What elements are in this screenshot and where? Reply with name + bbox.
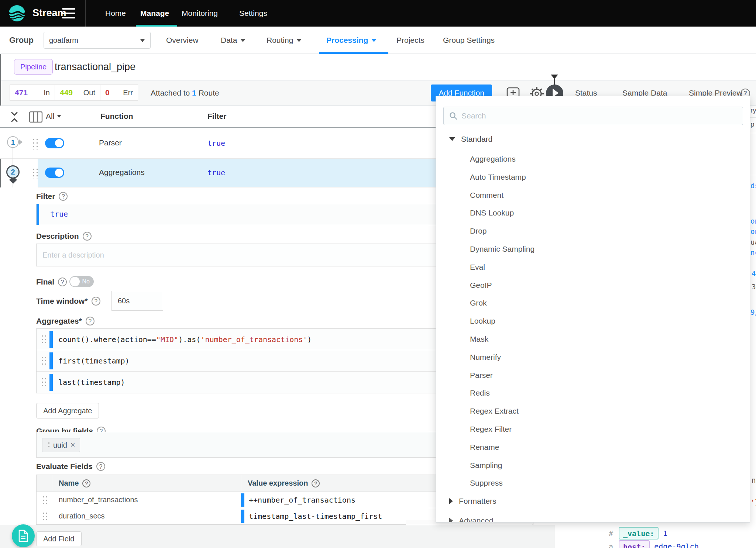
stat-out-label: Out: [83, 89, 95, 97]
field-name[interactable]: number_of_transactions: [52, 492, 241, 508]
group-select[interactable]: goatfarm: [44, 32, 151, 49]
column-header-filter[interactable]: Filter: [207, 106, 226, 127]
drag-handle-icon[interactable]: [40, 334, 46, 345]
collapse-rows-icon[interactable]: [10, 111, 18, 123]
tab-routing[interactable]: Routing: [267, 27, 302, 54]
nav-home[interactable]: Home: [105, 0, 126, 27]
drag-handle-icon[interactable]: [41, 495, 47, 505]
function-option-auto-timestamp[interactable]: Auto Timestamp: [470, 169, 526, 185]
all-filter-dropdown[interactable]: All: [46, 106, 61, 127]
pipeline-badge: Pipeline: [14, 59, 53, 75]
drag-handle-icon[interactable]: [47, 441, 50, 449]
drag-handle-icon[interactable]: [32, 167, 38, 179]
function-option-parser[interactable]: Parser: [470, 367, 493, 383]
add-aggregate-button[interactable]: Add Aggregate: [36, 403, 99, 418]
help-icon[interactable]: ?: [83, 232, 92, 241]
function-option-comment[interactable]: Comment: [470, 187, 504, 203]
search-input[interactable]: [461, 111, 738, 120]
nav-monitoring[interactable]: Monitoring: [182, 0, 218, 27]
stats-chips: 471 In 449 Out 0 Err: [10, 85, 138, 101]
title-bar: Pipeline transactional_pipe: [0, 54, 756, 80]
document-icon: [18, 530, 29, 542]
tab-projects[interactable]: Projects: [396, 27, 425, 54]
tab-data[interactable]: Data: [221, 27, 245, 54]
function-filter-value: true: [207, 168, 225, 177]
function-option-eval[interactable]: Eval: [470, 259, 485, 275]
aggregate-expression: first(timestamp): [58, 356, 130, 365]
splitter-handle-icon[interactable]: [551, 75, 558, 79]
stat-err-value: 0: [105, 88, 110, 97]
function-search[interactable]: [443, 107, 743, 125]
preview-fragment: on: [750, 227, 756, 235]
notes-fab-button[interactable]: [12, 524, 35, 547]
group-advanced[interactable]: Advanced: [449, 513, 493, 523]
preview-fragment: nc: [750, 248, 756, 256]
help-icon[interactable]: ?: [92, 297, 100, 306]
nav-settings[interactable]: Settings: [239, 0, 267, 27]
help-icon[interactable]: ?: [59, 192, 68, 201]
function-option-regex-filter[interactable]: Regex Filter: [470, 421, 512, 437]
nav-manage[interactable]: Manage: [140, 0, 169, 27]
chevron-down-icon: [240, 39, 245, 42]
help-icon[interactable]: ?: [58, 278, 67, 286]
drag-handle-icon[interactable]: [41, 511, 47, 521]
final-toggle[interactable]: No: [69, 276, 94, 287]
hamburger-menu-icon[interactable]: [62, 8, 75, 18]
function-option-dns-lookup[interactable]: DNS Lookup: [470, 205, 514, 221]
tab-overview[interactable]: Overview: [166, 27, 199, 54]
function-option-drop[interactable]: Drop: [470, 223, 487, 239]
function-option-dynamic-sampling[interactable]: Dynamic Sampling: [470, 241, 535, 257]
top-nav: Stream Home Manage Monitoring Settings: [0, 0, 756, 27]
filter-expression-value: true: [50, 210, 68, 218]
function-option-grok[interactable]: Grok: [470, 295, 487, 311]
group-by-tag-uuid[interactable]: uuid ×: [42, 438, 80, 452]
step-number-2: 2: [6, 165, 20, 179]
evaluate-fields-label: Evaluate Fields?: [36, 462, 105, 471]
field-key-badge[interactable]: host:: [619, 540, 650, 548]
function-filter-value: true: [207, 139, 225, 148]
help-icon[interactable]: ?: [86, 317, 94, 325]
function-name: Parser: [99, 138, 122, 147]
field-name[interactable]: duration_secs: [52, 508, 241, 524]
time-window-field-label: Time window*?: [36, 297, 100, 306]
function-option-aggregations[interactable]: Aggregations: [470, 151, 516, 167]
remove-tag-icon[interactable]: ×: [71, 440, 75, 450]
function-option-numerify[interactable]: Numerify: [470, 349, 501, 365]
function-option-sampling[interactable]: Sampling: [470, 457, 502, 473]
function-option-redis[interactable]: Redis: [470, 385, 490, 401]
description-field-label: Description?: [36, 232, 92, 241]
function-option-rename[interactable]: Rename: [470, 439, 499, 455]
group-standard[interactable]: Standard: [449, 131, 492, 147]
search-icon: [449, 111, 458, 120]
function-option-suppress[interactable]: Suppress: [470, 475, 503, 491]
function-option-mask[interactable]: Mask: [470, 331, 488, 347]
parser-enabled-toggle[interactable]: [45, 138, 64, 148]
help-icon[interactable]: ?: [96, 462, 105, 471]
function-option-geoip[interactable]: GeoIP: [470, 277, 492, 293]
preview-fragment: p: [750, 120, 755, 128]
drag-handle-icon[interactable]: [32, 138, 38, 149]
column-header-function[interactable]: Function: [100, 106, 133, 127]
preview-fragment: 9/: [750, 308, 756, 316]
function-option-regex-extract[interactable]: Regex Extract: [470, 403, 519, 419]
filter-field-label: Filter?: [36, 192, 68, 201]
tab-processing[interactable]: Processing: [326, 27, 377, 54]
drag-handle-icon[interactable]: [40, 355, 46, 366]
brand-block: Stream: [0, 0, 86, 27]
help-icon[interactable]: ?: [82, 479, 90, 487]
columns-icon[interactable]: [29, 111, 43, 123]
function-option-lookup[interactable]: Lookup: [470, 313, 495, 329]
add-field-button[interactable]: Add Field: [36, 531, 82, 546]
preview-fragment: ds: [750, 182, 756, 190]
tab-group-settings[interactable]: Group Settings: [443, 27, 495, 54]
aggregations-enabled-toggle[interactable]: [45, 168, 64, 178]
preview-fragment: on: [750, 217, 756, 225]
drag-handle-icon[interactable]: [40, 377, 46, 388]
field-key-badge[interactable]: _value:: [619, 527, 659, 540]
column-header-name: Name?: [52, 475, 241, 492]
group-formatters[interactable]: Formatters: [449, 493, 496, 509]
aggregates-field-label: Aggregates*?: [36, 317, 94, 325]
time-window-input[interactable]: [111, 291, 163, 311]
help-icon[interactable]: ?: [312, 479, 320, 487]
chevron-down-icon: [57, 115, 61, 118]
